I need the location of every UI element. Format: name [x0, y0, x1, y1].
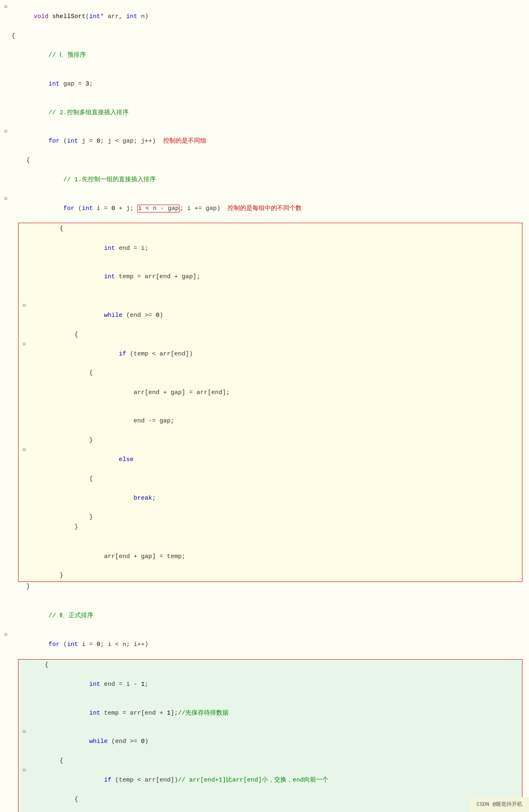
- line-19: end -= gap;: [18, 407, 522, 436]
- code-line: int end = i - 1;: [30, 670, 522, 699]
- line-18: arr[end + gap] = arr[end];: [18, 378, 522, 407]
- collapse-gutter: [18, 571, 30, 572]
- code-line: {: [30, 660, 522, 670]
- formalsort-box: { int end = i - 1; int temp = arr[end + …: [18, 659, 522, 812]
- collapse-gutter: [18, 542, 30, 543]
- code-line: int end = i;: [30, 234, 522, 263]
- collapse-gutter: [18, 512, 30, 513]
- code-line: }: [30, 571, 522, 580]
- code-line: arr[end + gap] = temp;: [30, 542, 522, 571]
- collapse-gutter: [18, 484, 30, 485]
- code-line: end -= gap;: [30, 407, 522, 436]
- code-line: // Ⅰ、预排序: [12, 41, 529, 70]
- code-line: }: [30, 512, 522, 522]
- line-39: {: [18, 795, 522, 805]
- line-30: [0, 592, 529, 602]
- collapse-gutter: [0, 156, 12, 157]
- collapse-gutter: [18, 291, 30, 292]
- code-line: arr[end + 1] = arr[end];: [30, 805, 522, 812]
- code-line: }: [30, 522, 522, 532]
- line-35: int temp = arr[end + 1];//先保存待排数据: [18, 699, 522, 727]
- collapse-gutter: ⊟: [0, 2, 12, 11]
- line-10: {: [18, 224, 522, 234]
- line-27: arr[end + gap] = temp;: [18, 542, 522, 571]
- collapse-gutter: ⊟: [18, 340, 30, 348]
- line-7: {: [0, 156, 529, 166]
- collapse-gutter: [18, 660, 30, 661]
- line-29: }: [0, 582, 529, 592]
- line-11: int end = i;: [18, 234, 522, 263]
- collapse-gutter: [0, 98, 12, 99]
- collapse-gutter: [0, 41, 12, 42]
- collapse-gutter: [18, 330, 30, 331]
- footer-watermark: CSDN @睡觉待开机: [470, 797, 529, 812]
- collapse-gutter: [18, 263, 30, 263]
- code-line: void shellSort(int* arr, int n): [12, 2, 529, 31]
- code-line: {: [30, 474, 522, 484]
- code-line: for (int i = 0; i < n; i++): [12, 630, 529, 659]
- line-32: ⊟ for (int i = 0; i < n; i++): [0, 630, 529, 659]
- line-40: arr[end + 1] = arr[end];: [18, 805, 522, 812]
- collapse-gutter: [18, 805, 30, 805]
- collapse-gutter: [18, 699, 30, 699]
- line-13: [18, 291, 522, 301]
- code-line: // Ⅱ、正式排序: [12, 602, 529, 630]
- line-17: {: [18, 368, 522, 378]
- line-15: {: [18, 330, 522, 340]
- line-14: ⊟ while (end >= 0): [18, 301, 522, 330]
- line-5: // 2.控制多组直接插入排序: [0, 98, 529, 127]
- line-9: ⊟ for (int i = 0 + j; i < n - gap; i += …: [0, 194, 529, 223]
- code-line: [30, 291, 522, 301]
- collapse-gutter: [18, 795, 30, 796]
- code-line: int gap = 3;: [12, 70, 529, 99]
- code-line: while (end >= 0): [30, 301, 522, 330]
- code-line: while (end >= 0): [30, 727, 522, 756]
- code-line: // 1.先控制一组的直接插入排序: [12, 166, 529, 194]
- collapse-gutter: ⊟: [18, 445, 30, 454]
- code-line: int temp = arr[end + gap];: [30, 263, 522, 291]
- code-line: {: [30, 330, 522, 339]
- line-33: {: [18, 660, 522, 670]
- code-line: {: [30, 368, 522, 378]
- line-2: {: [0, 31, 529, 41]
- collapse-gutter: ⊟: [18, 301, 30, 310]
- collapse-gutter: ⊟: [0, 127, 12, 136]
- collapse-gutter: [18, 522, 30, 523]
- code-line: {: [30, 756, 522, 766]
- line-23: break;: [18, 484, 522, 513]
- collapse-gutter: [0, 592, 12, 593]
- line-34: int end = i - 1;: [18, 670, 522, 699]
- collapse-gutter: [18, 474, 30, 475]
- collapse-gutter: [0, 31, 12, 32]
- line-21: ⊟ else: [18, 445, 522, 474]
- line-28: }: [18, 571, 522, 581]
- code-line: if (temp < arr[end]): [30, 340, 522, 369]
- collapse-gutter: [18, 224, 30, 225]
- code-line: }: [30, 436, 522, 445]
- line-6: ⊟ for (int j = 0; j < gap; j++) 控制的是不同组: [0, 127, 529, 156]
- line-4: int gap = 3;: [0, 70, 529, 99]
- collapse-gutter: ⊟: [18, 766, 30, 775]
- code-line: for (int i = 0 + j; i < n - gap; i += ga…: [12, 194, 529, 223]
- code-line: if (temp < arr[end])// arr[end+1]比arr[en…: [30, 766, 522, 795]
- collapse-gutter: [18, 670, 30, 671]
- collapse-gutter: [18, 368, 30, 369]
- footer-text: CSDN @睡觉待开机: [476, 801, 522, 807]
- collapse-gutter: [0, 166, 12, 166]
- code-line: {: [30, 795, 522, 804]
- presort-inner-box: { int end = i; int temp = arr[end + gap]…: [18, 223, 522, 582]
- code-line: [30, 532, 522, 542]
- line-3: // Ⅰ、预排序: [0, 41, 529, 70]
- line-1: ⊟ void shellSort(int* arr, int n): [0, 2, 529, 31]
- line-24: }: [18, 512, 522, 522]
- line-36: ⊟ while (end >= 0): [18, 727, 522, 756]
- collapse-gutter: ⊟: [18, 727, 30, 736]
- collapse-gutter: [18, 234, 30, 235]
- code-line: break;: [30, 484, 522, 513]
- collapse-gutter: [18, 532, 30, 533]
- code-line: {: [12, 31, 529, 41]
- code-line: [12, 592, 529, 601]
- code-line: for (int j = 0; j < gap; j++) 控制的是不同组: [12, 127, 529, 156]
- line-31: // Ⅱ、正式排序: [0, 602, 529, 630]
- line-20: }: [18, 436, 522, 445]
